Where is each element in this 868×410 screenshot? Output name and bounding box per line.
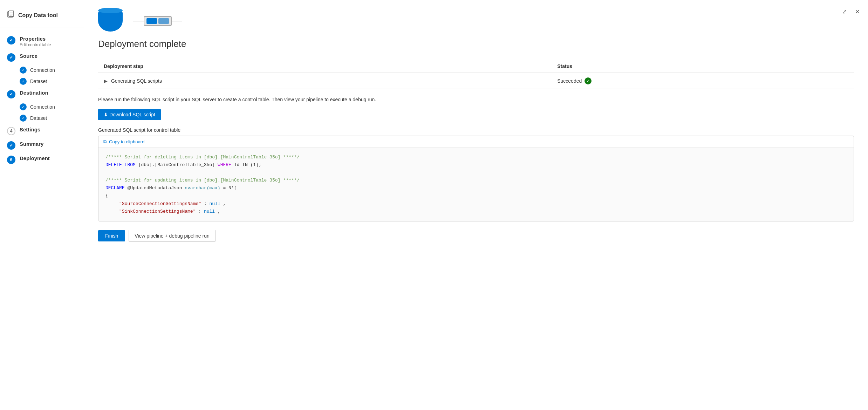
col-header-status: Status [552, 60, 854, 73]
nav-label-settings: Settings [20, 127, 40, 132]
code-where-1: WHERE [218, 162, 231, 168]
sidebar-item-dest-connection[interactable]: ✓ Connection [0, 101, 84, 112]
status-label: Succeeded [557, 78, 582, 84]
code-line-3: /***** Script for updating items in [dbo… [105, 177, 847, 184]
nav-circle-source: ✓ [7, 53, 15, 62]
col-header-step: Deployment step [98, 60, 552, 73]
step-label: Generating SQL scripts [111, 78, 162, 84]
code-line-6: "SourceConnectionSettingsName" : null , [105, 200, 847, 208]
nav-circle-destination: ✓ [7, 90, 15, 98]
status-succeeded: Succeeded ✓ [557, 77, 848, 84]
app-icon [7, 11, 15, 20]
code-line-7: "SinkConnectionSettingsName" : null , [105, 208, 847, 216]
code-colon-2: : [198, 209, 204, 214]
succeeded-icon: ✓ [585, 77, 592, 84]
code-keyword-declare: DECLARE [105, 185, 125, 191]
code-table-1: [dbo].[MainControlTable_35o] [138, 162, 218, 168]
nav-sub-circle-dest-connection: ✓ [20, 103, 27, 110]
nav-label-summary: Summary [20, 141, 43, 147]
code-type-nvarchar: nvarchar(max) [185, 185, 220, 191]
code-declare-eq: = N'[ [223, 185, 237, 191]
close-button[interactable]: ✕ [854, 7, 861, 16]
footer-buttons: Finish View pipeline + debug pipeline ru… [98, 230, 854, 242]
expand-row-icon[interactable]: ▶ [104, 78, 108, 84]
nav-sub-circle-dest-dataset: ✓ [20, 115, 27, 122]
sidebar-item-properties[interactable]: ✓ Properties Edit control table [0, 33, 84, 50]
source-db-icon [98, 11, 123, 32]
code-colon-1: : [204, 201, 210, 206]
sidebar-item-source-connection[interactable]: ✓ Connection [0, 64, 84, 76]
nav-circle-deployment: 6 [7, 156, 15, 164]
window-controls: ⤢ ✕ [841, 7, 861, 16]
nav-sub-label-source-dataset: Dataset [30, 78, 47, 84]
sidebar-item-source-dataset[interactable]: ✓ Dataset [0, 76, 84, 87]
nav-label-source: Source [20, 53, 37, 59]
info-text: Please run the following SQL script in y… [98, 96, 854, 103]
sidebar-item-dest-dataset[interactable]: ✓ Dataset [0, 112, 84, 124]
nav-sub-label-properties: Edit control table [20, 42, 51, 47]
code-comment-1: /***** Script for deleting items in [dbo… [105, 155, 300, 160]
code-comma-2: , [218, 209, 220, 214]
sidebar: Copy Data tool ✓ Properties Edit control… [0, 0, 84, 410]
code-line-blank [105, 169, 847, 177]
sidebar-item-source[interactable]: ✓ Source [0, 50, 84, 64]
nav-label-deployment: Deployment [20, 155, 50, 161]
nav-sub-circle-source-connection: ✓ [20, 67, 27, 74]
code-string-source: "SourceConnectionSettingsName" [119, 201, 201, 206]
sidebar-item-deployment[interactable]: 6 Deployment [0, 152, 84, 167]
code-container: ⧉ Copy to clipboard /***** Script for de… [98, 136, 854, 221]
nav-label-properties: Properties [20, 36, 51, 42]
page-title: Deployment complete [98, 39, 854, 49]
code-where-rest-1: Id IN (1); [234, 162, 261, 168]
nav-circle-properties: ✓ [7, 36, 15, 45]
nav-sub-label-source-connection: Connection [30, 67, 55, 73]
nav-circle-summary: ✓ [7, 141, 15, 150]
code-line-2: DELETE FROM [dbo].[MainControlTable_35o]… [105, 161, 847, 169]
sidebar-item-destination[interactable]: ✓ Destination [0, 87, 84, 101]
finish-button[interactable]: Finish [98, 230, 125, 241]
sql-section-label: Generated SQL script for control table [98, 127, 854, 133]
copy-toolbar[interactable]: ⧉ Copy to clipboard [98, 136, 854, 148]
step-cell: ▶ Generating SQL scripts [98, 73, 552, 89]
sidebar-item-summary[interactable]: ✓ Summary [0, 138, 84, 152]
nav-sub-label-dest-dataset: Dataset [30, 115, 47, 121]
code-null-2: null [204, 209, 215, 214]
deployment-table: Deployment step Status ▶ Generating SQL … [98, 60, 854, 89]
sidebar-item-settings[interactable]: 4 Settings [0, 124, 84, 138]
connector-box [144, 16, 172, 26]
code-null-1: null [210, 201, 220, 206]
code-indent-1 [105, 201, 116, 206]
code-comment-2: /***** Script for updating items in [dbo… [105, 178, 300, 183]
top-icons [98, 11, 854, 32]
main-content: ⤢ ✕ Deployment complete Deployment step … [84, 0, 868, 410]
app-title-container: Copy Data tool [0, 7, 84, 27]
code-brace-open: { [105, 193, 108, 198]
nav-circle-settings: 4 [7, 127, 15, 135]
code-line-4: DECLARE @UpdatedMetadataJson nvarchar(ma… [105, 184, 847, 192]
table-row: ▶ Generating SQL scripts Succeeded ✓ [98, 73, 854, 89]
code-indent-2 [105, 209, 116, 214]
expand-button[interactable]: ⤢ [841, 7, 848, 16]
code-comma-1: , [223, 201, 226, 206]
code-line-1: /***** Script for deleting items in [dbo… [105, 153, 847, 161]
nav-label-destination: Destination [20, 90, 48, 96]
nav-sub-label-dest-connection: Connection [30, 104, 55, 110]
download-sql-button[interactable]: ⬇ Download SQL script [98, 109, 161, 120]
code-body: /***** Script for deleting items in [dbo… [98, 148, 854, 221]
code-line-5: { [105, 192, 847, 200]
code-declare-var: @UpdatedMetadataJson [127, 185, 185, 191]
copy-icon: ⧉ [103, 139, 107, 145]
svg-rect-1 [9, 11, 14, 16]
nav-sub-circle-source-dataset: ✓ [20, 78, 27, 85]
copy-label: Copy to clipboard [109, 139, 144, 144]
code-string-sink: "SinkConnectionSettingsName" [119, 209, 196, 214]
status-cell: Succeeded ✓ [552, 73, 854, 89]
code-keyword-delete: DELETE FROM [105, 162, 136, 168]
view-pipeline-button[interactable]: View pipeline + debug pipeline run [129, 230, 215, 242]
app-title: Copy Data tool [18, 12, 58, 19]
